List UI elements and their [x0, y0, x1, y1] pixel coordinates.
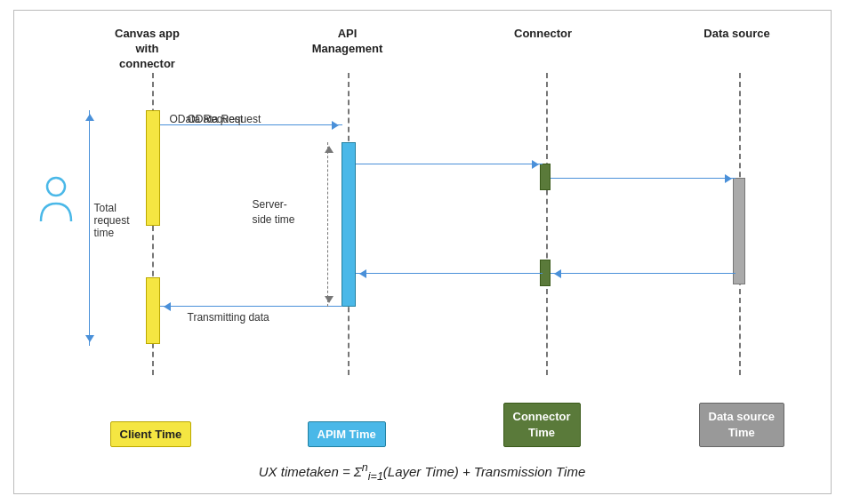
arrow-apim-connector	[356, 164, 543, 164]
client-time-box: Client Time	[110, 421, 192, 447]
total-request-line	[89, 110, 91, 346]
arrow-connector-datasource	[551, 178, 735, 179]
canvas-activation-box-2	[146, 277, 160, 344]
arrow-datasource-connector-return	[551, 273, 735, 274]
apim-activation-box	[342, 142, 356, 307]
odata-label: OData Request	[188, 113, 261, 125]
lifeline-connector	[546, 73, 548, 375]
apim-time-box: APIM Time	[308, 421, 386, 447]
header-apim: API Management	[303, 27, 392, 57]
connector-time-box: ConnectorTime	[503, 403, 581, 447]
canvas-activation-box-1	[146, 110, 160, 226]
header-datasource: Data source	[702, 27, 773, 42]
server-side-label: Server-side time	[253, 197, 295, 228]
formula: UX timetaken = Σni=1(Layer Time) + Trans…	[259, 461, 586, 483]
datasource-time-box: Data sourceTime	[699, 403, 784, 447]
diagram-container: Canvas appwith connector API Management …	[13, 10, 832, 494]
header-connector: Connector	[508, 27, 579, 42]
user-icon	[39, 175, 73, 228]
datasource-activation-box	[733, 178, 745, 284]
arrow-connector-apim-return	[356, 273, 543, 274]
total-request-label: Totalrequesttime	[94, 202, 130, 239]
server-side-line	[327, 142, 328, 307]
arrow-apim-canvas-return	[160, 306, 342, 307]
header-canvas: Canvas appwith connector	[108, 27, 188, 72]
transmitting-label: Transmitting data	[188, 311, 269, 324]
svg-point-0	[47, 178, 65, 196]
